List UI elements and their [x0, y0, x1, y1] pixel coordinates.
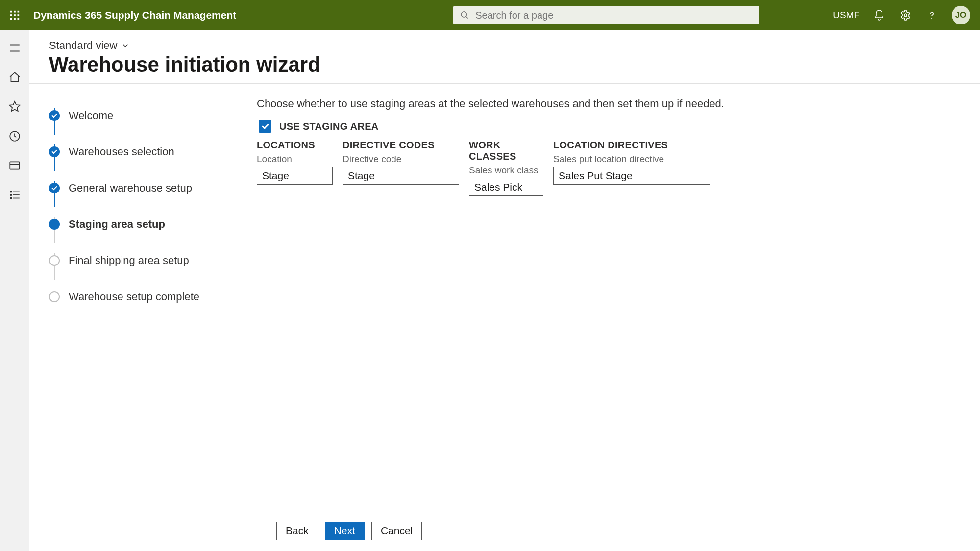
instructions-text: Choose whether to use staging areas at t…: [257, 97, 960, 110]
page: Standard view Warehouse initiation wizar…: [29, 30, 980, 551]
column-head: DIRECTIVE CODES: [343, 140, 459, 151]
question-icon: [926, 9, 938, 21]
chevron-down-icon: [121, 41, 130, 50]
step-label: Final shipping area setup: [69, 254, 189, 267]
step-bullet-current-icon: [49, 219, 60, 230]
wizard-form: Choose whether to use staging areas at t…: [237, 84, 980, 551]
use-staging-checkbox-row: USE STAGING AREA: [259, 120, 960, 133]
svg-point-9: [462, 12, 467, 17]
use-staging-checkbox[interactable]: [259, 120, 271, 133]
step-general-warehouse-setup[interactable]: General warehouse setup: [49, 170, 222, 206]
bell-icon: [873, 9, 885, 21]
wizard-footer: Back Next Cancel: [257, 510, 960, 551]
directive-code-input[interactable]: [343, 167, 459, 185]
column-head: LOCATION DIRECTIVES: [553, 140, 710, 151]
favorites-button[interactable]: [7, 99, 23, 115]
gear-icon: [900, 9, 911, 21]
step-final-shipping-area-setup[interactable]: Final shipping area setup: [49, 242, 222, 279]
use-staging-label: USE STAGING AREA: [279, 121, 379, 132]
svg-rect-2: [18, 11, 20, 13]
svg-rect-4: [14, 14, 16, 16]
search-input[interactable]: [475, 10, 753, 21]
step-bullet-done-icon: [49, 146, 60, 157]
hamburger-icon: [8, 42, 21, 54]
modules-button[interactable]: [7, 187, 23, 203]
svg-point-23: [10, 197, 12, 199]
waffle-icon: [9, 10, 20, 21]
field-label: Location: [257, 154, 333, 165]
step-warehouse-setup-complete[interactable]: Warehouse setup complete: [49, 279, 222, 315]
page-head: Standard view Warehouse initiation wizar…: [29, 30, 980, 83]
avatar[interactable]: JO: [952, 6, 970, 24]
recent-button[interactable]: [7, 128, 23, 144]
svg-rect-0: [10, 11, 12, 13]
topbar-right: USMF JO: [833, 6, 975, 24]
notifications-button[interactable]: [872, 8, 886, 22]
step-staging-area-setup[interactable]: Staging area setup: [49, 206, 222, 242]
svg-rect-6: [10, 18, 12, 20]
step-welcome[interactable]: Welcome: [49, 97, 222, 134]
body: Standard view Warehouse initiation wizar…: [0, 30, 980, 551]
step-bullet-done-icon: [49, 110, 60, 121]
back-button[interactable]: Back: [276, 522, 318, 540]
step-label: Welcome: [69, 109, 113, 122]
search-icon: [460, 10, 469, 20]
column-head: WORK CLASSES: [469, 140, 543, 162]
svg-rect-1: [14, 11, 16, 13]
location-input[interactable]: [257, 167, 333, 185]
clock-icon: [8, 130, 21, 143]
field-label: Directive code: [343, 154, 459, 165]
field-locations: LOCATIONS Location: [257, 140, 333, 196]
left-rail: [0, 30, 29, 551]
sales-put-location-directive-input[interactable]: [553, 167, 710, 185]
step-warehouses-selection[interactable]: Warehouses selection: [49, 134, 222, 170]
sales-work-class-input[interactable]: [469, 178, 543, 196]
step-list: Welcome Warehouses selection General war…: [49, 97, 222, 315]
svg-point-21: [10, 194, 12, 196]
svg-rect-17: [10, 162, 20, 169]
svg-line-10: [466, 16, 468, 18]
view-switcher[interactable]: Standard view: [49, 39, 980, 52]
view-label: Standard view: [49, 39, 117, 52]
svg-point-11: [904, 14, 907, 17]
star-icon: [8, 100, 21, 113]
workspace-icon: [8, 159, 21, 172]
workspaces-button[interactable]: [7, 158, 23, 173]
svg-rect-7: [14, 18, 16, 20]
content: Welcome Warehouses selection General war…: [29, 84, 980, 551]
step-label: Warehouses selection: [69, 145, 174, 158]
cancel-button[interactable]: Cancel: [371, 522, 422, 540]
company-label[interactable]: USMF: [833, 10, 859, 21]
next-button[interactable]: Next: [325, 522, 365, 540]
column-head: LOCATIONS: [257, 140, 333, 151]
svg-rect-3: [10, 14, 12, 16]
step-bullet-todo-icon: [49, 255, 60, 266]
settings-button[interactable]: [899, 8, 912, 22]
home-icon: [8, 71, 21, 84]
search-box[interactable]: [453, 6, 760, 24]
app-title: Dynamics 365 Supply Chain Management: [33, 9, 236, 21]
top-bar: Dynamics 365 Supply Chain Management USM…: [0, 0, 980, 30]
nav-toggle-button[interactable]: [7, 40, 23, 56]
field-directive-codes: DIRECTIVE CODES Directive code: [343, 140, 459, 196]
home-button[interactable]: [7, 70, 23, 85]
field-work-classes: WORK CLASSES Sales work class: [469, 140, 543, 196]
help-button[interactable]: [925, 8, 939, 22]
fields-row: LOCATIONS Location DIRECTIVE CODES Direc…: [257, 140, 960, 196]
list-icon: [8, 189, 21, 201]
step-bullet-done-icon: [49, 183, 60, 193]
step-label: Warehouse setup complete: [69, 290, 199, 303]
svg-rect-8: [18, 18, 20, 20]
page-title: Warehouse initiation wizard: [49, 53, 980, 76]
field-label: Sales put location directive: [553, 154, 710, 165]
app-launcher-button[interactable]: [5, 5, 24, 25]
svg-rect-5: [18, 14, 20, 16]
wizard-steps: Welcome Warehouses selection General war…: [29, 84, 237, 551]
step-label: Staging area setup: [69, 218, 165, 231]
svg-point-19: [10, 191, 12, 192]
step-label: General warehouse setup: [69, 182, 192, 194]
svg-point-12: [931, 18, 932, 19]
field-label: Sales work class: [469, 165, 543, 176]
step-bullet-todo-icon: [49, 291, 60, 302]
field-location-directives: LOCATION DIRECTIVES Sales put location d…: [553, 140, 710, 196]
